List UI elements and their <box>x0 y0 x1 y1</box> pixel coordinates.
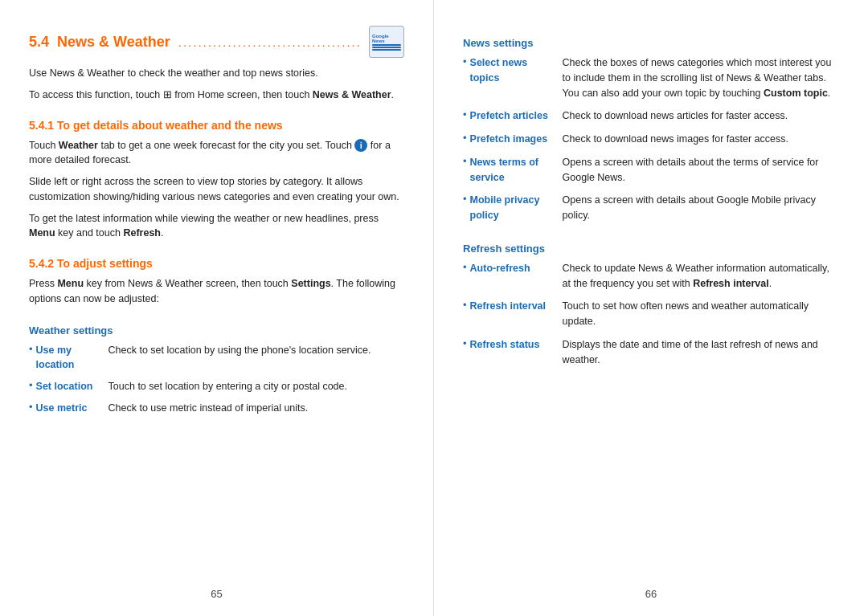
subsection-2-title: 5.4.2 To adjust settings <box>29 257 404 270</box>
auto-refresh-desc: Check to update News & Weather informati… <box>563 261 839 292</box>
page-number-right: 66 <box>645 588 657 600</box>
bullet-icon: • <box>29 401 33 413</box>
news-settings-heading: News settings <box>463 37 839 49</box>
refresh-status-desc: Displays the date and time of the last r… <box>563 337 839 368</box>
set-location-label: Set location <box>36 379 108 394</box>
news-terms-desc: Opens a screen with details about the te… <box>563 155 839 186</box>
bullet-icon: • <box>29 343 33 355</box>
refresh-interval-label: Refresh interval <box>470 299 563 314</box>
use-my-location-desc: Check to set location by using the phone… <box>108 343 404 358</box>
bullet-icon: • <box>463 337 467 349</box>
bullet-icon: • <box>463 55 467 67</box>
bullet-icon: • <box>463 193 467 205</box>
bullet-icon: • <box>463 108 467 120</box>
sub1-para2: Slide left or right across the screen to… <box>29 174 404 205</box>
list-item: • Use mylocation Check to set location b… <box>29 343 404 373</box>
intro-text-1: Use News & Weather to check the weather … <box>29 66 404 81</box>
refresh-status-label: Refresh status <box>470 337 563 353</box>
prefetch-images-label: Prefetch images <box>470 132 563 147</box>
section-header: 5.4 News & Weather .....................… <box>29 26 404 58</box>
list-item: • Use metric Check to use metric instead… <box>29 401 404 416</box>
news-terms-label: News terms ofservice <box>470 155 563 186</box>
mobile-privacy-label: Mobile privacypolicy <box>470 193 563 223</box>
weather-settings-list: • Use mylocation Check to set location b… <box>29 343 404 416</box>
refresh-settings-heading: Refresh settings <box>463 243 839 255</box>
section-number-title: 5.4 <box>29 34 49 51</box>
list-item: • Select newstopics Check the boxes of n… <box>463 55 839 100</box>
sub1-para3: To get the latest information while view… <box>29 211 404 242</box>
use-metric-desc: Check to use metric instead of imperial … <box>108 401 404 416</box>
section-dots: ....................................... <box>178 35 361 49</box>
select-news-topics-desc: Check the boxes of news categories which… <box>563 55 839 100</box>
subsection-1-title: 5.4.1 To get details about weather and t… <box>29 119 404 132</box>
list-item: • Refresh status Displays the date and t… <box>463 337 839 368</box>
list-item: • Set location Touch to set location by … <box>29 379 404 394</box>
section-main-title: News & Weather <box>57 34 170 51</box>
mobile-privacy-desc: Opens a screen with details about Google… <box>563 193 839 223</box>
intro-text-2: To access this function, touch ⊞ from Ho… <box>29 88 404 103</box>
prefetch-images-desc: Check to download news images for faster… <box>563 132 839 147</box>
news-weather-icon: Google News <box>369 26 404 58</box>
bullet-icon: • <box>463 299 467 311</box>
sub1-para1: Touch Weather tab to get a one week fore… <box>29 138 404 169</box>
sub2-para1: Press Menu key from News & Weather scree… <box>29 276 404 307</box>
auto-refresh-label: Auto-refresh <box>470 261 563 276</box>
use-metric-label: Use metric <box>36 401 108 416</box>
weather-settings-heading: Weather settings <box>29 324 404 337</box>
list-item: • Refresh interval Touch to set how ofte… <box>463 299 839 329</box>
list-item: • Mobile privacypolicy Opens a screen wi… <box>463 193 839 223</box>
page-number-left: 65 <box>211 588 222 600</box>
page-left: 5.4 News & Weather .....................… <box>0 0 434 616</box>
bullet-icon: • <box>463 155 467 167</box>
set-location-desc: Touch to set location by entering a city… <box>108 379 404 394</box>
refresh-interval-desc: Touch to set how often news and weather … <box>563 299 839 329</box>
select-news-topics-label: Select newstopics <box>470 55 563 86</box>
prefetch-articles-desc: Check to download news articles for fast… <box>563 108 839 124</box>
bullet-icon: • <box>463 261 467 273</box>
bullet-icon: • <box>463 132 467 144</box>
prefetch-articles-label: Prefetch articles <box>470 108 563 124</box>
list-item: • News terms ofservice Opens a screen wi… <box>463 155 839 186</box>
use-my-location-label: Use mylocation <box>36 343 108 373</box>
bullet-icon: • <box>29 379 33 391</box>
list-item: • Auto-refresh Check to update News & We… <box>463 261 839 292</box>
list-item: • Prefetch articles Check to download ne… <box>463 108 839 124</box>
list-item: • Prefetch images Check to download news… <box>463 132 839 147</box>
page-right: News settings • Select newstopics Check … <box>434 0 868 616</box>
